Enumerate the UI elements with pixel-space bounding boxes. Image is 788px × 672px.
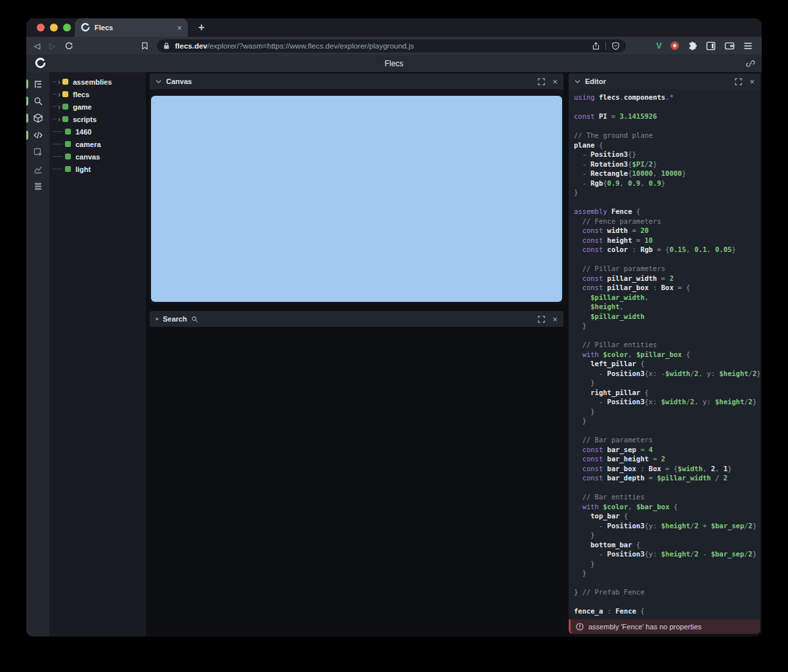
code-line[interactable]: $pillar_width <box>574 312 760 322</box>
code-line[interactable]: left_pillar { <box>574 359 760 369</box>
tree-item-1460[interactable]: 1460 <box>49 125 146 138</box>
expand-chevron-icon[interactable]: › <box>58 104 60 110</box>
code-editor[interactable]: using flecs.components.* const PI = 3.14… <box>569 89 760 620</box>
tree-item-scripts[interactable]: ›scripts <box>49 113 146 125</box>
share-icon[interactable] <box>592 41 600 51</box>
code-line[interactable]: const bar_box : Box = {$width, 2, 1} <box>574 464 760 474</box>
close-panel-icon[interactable]: × <box>749 77 755 86</box>
code-line[interactable]: } <box>574 568 760 578</box>
code-line[interactable]: const width = 20 <box>574 226 760 236</box>
query-search-icon[interactable] <box>26 93 49 110</box>
sidebar-toggle-icon[interactable] <box>706 41 716 51</box>
lock-icon[interactable] <box>163 42 170 50</box>
code-line[interactable] <box>574 121 760 131</box>
code-line[interactable]: - Rectangle{10000, 10000} <box>574 169 760 178</box>
code-line[interactable] <box>574 483 760 493</box>
tables-rows-icon[interactable] <box>26 178 49 195</box>
code-line[interactable]: } <box>574 416 760 426</box>
code-line[interactable]: // The ground plane <box>574 131 760 140</box>
code-line[interactable]: // Bar entities <box>574 492 760 502</box>
code-line[interactable]: - Position3{y: $height/2 - $bar_sep/2} <box>574 549 760 559</box>
canvas-panel-header[interactable]: Canvas × <box>150 74 563 89</box>
extensions-puzzle-icon[interactable] <box>688 41 697 51</box>
editor-panel-header[interactable]: Editor × <box>569 74 760 89</box>
code-line[interactable]: top_bar { <box>574 511 760 521</box>
render-canvas[interactable] <box>151 96 562 302</box>
code-line[interactable] <box>574 198 760 207</box>
fullscreen-icon[interactable] <box>538 316 545 323</box>
expand-chevron-icon[interactable]: › <box>58 91 60 98</box>
tab-close-icon[interactable]: × <box>177 24 182 32</box>
code-line[interactable]: with $color, $pillar_box { <box>574 350 760 360</box>
code-line[interactable] <box>574 597 760 607</box>
share-link-icon[interactable] <box>746 59 755 68</box>
code-line[interactable]: - Position3{x: -$width/2, y: $height/2} <box>574 369 760 379</box>
code-line[interactable]: const pillar_width = 2 <box>574 274 760 284</box>
search-panel-header[interactable]: Search × <box>150 311 563 327</box>
close-panel-icon[interactable]: × <box>552 315 558 324</box>
wallet-icon[interactable] <box>724 41 735 51</box>
code-line[interactable]: $height, <box>574 302 760 312</box>
code-line[interactable]: } <box>574 321 760 331</box>
code-line[interactable]: // Pillar entities <box>574 340 760 350</box>
expand-chevron-icon[interactable]: › <box>58 116 60 123</box>
code-line[interactable]: with $color, $bar_box { <box>574 502 760 512</box>
code-line[interactable]: - Position3{x: $width/2, y: $height/2} <box>574 397 760 407</box>
code-line[interactable]: assembly Fence { <box>574 207 760 217</box>
close-panel-icon[interactable]: × <box>552 77 558 86</box>
brave-shield-icon[interactable] <box>611 41 620 51</box>
tree-item-flecs[interactable]: ›flecs <box>49 88 146 100</box>
code-line[interactable]: - Rotation3{$PI/2} <box>574 159 760 169</box>
script-code-icon[interactable] <box>26 127 49 144</box>
back-icon[interactable]: ◁ <box>34 41 40 51</box>
menu-icon[interactable] <box>743 42 753 50</box>
tree-item-assemblies[interactable]: ›assemblies <box>49 75 146 88</box>
minimize-window-button[interactable] <box>50 24 58 32</box>
code-line[interactable]: } // Prefab Fence <box>574 587 760 597</box>
url-text[interactable]: flecs.dev/explorer/?wasm=https://www.fle… <box>175 42 592 50</box>
code-line[interactable]: plane { <box>574 140 760 150</box>
code-line[interactable]: bottom_bar { <box>574 540 760 550</box>
code-line[interactable]: // Bar parameters <box>574 435 760 445</box>
tree-item-light[interactable]: light <box>49 163 146 175</box>
collapse-chevron-icon[interactable] <box>575 79 580 84</box>
code-line[interactable] <box>574 255 760 264</box>
fullscreen-icon[interactable] <box>538 78 545 85</box>
stats-chart-icon[interactable] <box>26 161 49 178</box>
code-line[interactable]: const bar_depth = $pillar_width / 2 <box>574 473 760 483</box>
code-line[interactable]: } <box>574 378 760 388</box>
code-line[interactable] <box>574 578 760 588</box>
code-line[interactable]: // Pillar parameters <box>574 264 760 274</box>
code-line[interactable]: using flecs.components.* <box>574 93 760 102</box>
reload-icon[interactable] <box>64 41 74 51</box>
code-line[interactable]: - Position3{y: $height/2 + $bar_sep/2} <box>574 521 760 531</box>
code-line[interactable]: } <box>574 530 760 540</box>
bookmark-icon[interactable] <box>141 41 149 51</box>
fullscreen-icon[interactable] <box>735 78 742 85</box>
code-line[interactable]: } <box>574 188 760 198</box>
code-line[interactable]: const height = 10 <box>574 236 760 245</box>
code-line[interactable] <box>574 426 760 436</box>
code-line[interactable] <box>574 331 760 341</box>
entity-tree-icon[interactable] <box>26 75 49 93</box>
code-line[interactable]: const bar_height = 2 <box>574 454 760 464</box>
code-line[interactable]: fence_a : Fence { <box>574 606 760 616</box>
extension-badge-icon[interactable] <box>670 41 679 50</box>
code-line[interactable]: - Rgb{0.9, 0.9, 0.9} <box>574 178 760 188</box>
forward-icon[interactable]: ▷ <box>49 41 55 51</box>
code-line[interactable]: // Fence parameters <box>574 217 760 226</box>
tree-item-game[interactable]: ›game <box>49 100 146 113</box>
url-bar[interactable]: flecs.dev/explorer/?wasm=https://www.fle… <box>157 39 626 52</box>
collapse-chevron-icon[interactable] <box>156 79 162 84</box>
code-line[interactable]: const color : Rgb = {0.15, 0.1, 0.05} <box>574 245 760 255</box>
code-line[interactable]: const bar_sep = 4 <box>574 445 760 455</box>
code-line[interactable]: right_pillar { <box>574 388 760 398</box>
code-line[interactable]: } <box>574 407 760 417</box>
code-line[interactable] <box>574 102 760 112</box>
code-line[interactable]: $pillar_width, <box>574 293 760 303</box>
vue-devtools-icon[interactable]: V <box>656 41 662 51</box>
collapsed-indicator-icon[interactable] <box>156 318 158 320</box>
code-line[interactable]: - Position3{} <box>574 150 760 159</box>
tree-item-camera[interactable]: camera <box>49 138 146 150</box>
code-line[interactable]: const PI = 3.1415926 <box>574 112 760 121</box>
